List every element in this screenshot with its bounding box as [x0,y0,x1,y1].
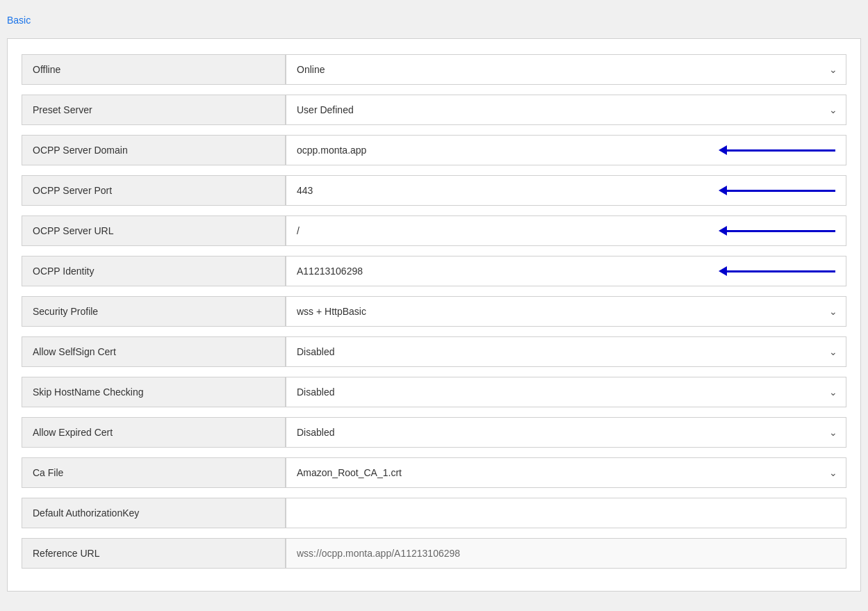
value-allow-expired-cert[interactable]: Disabled⌄ [286,417,846,448]
label-ca-file: Ca File [22,457,286,488]
value-ocpp-identity[interactable]: A11213106298 [286,256,846,286]
chevron-down-icon-allow-selfsign-cert: ⌄ [829,346,837,357]
value-text-ocpp-server-domain: ocpp.monta.app [297,145,716,156]
value-text-skip-hostname-checking: Disabled [297,386,835,398]
form-row-security-profile: Security Profilewss + HttpBasic⌄ [22,295,846,328]
label-ocpp-server-domain: OCPP Server Domain [22,135,286,165]
form-row-allow-selfsign-cert: Allow SelfSign CertDisabled⌄ [22,335,846,368]
arrow-line-ocpp-identity [724,270,835,272]
value-text-ca-file: Amazon_Root_CA_1.crt [297,467,835,478]
form-row-ocpp-identity: OCPP IdentityA11213106298 [22,254,846,288]
chevron-down-icon-offline: ⌄ [829,64,837,75]
label-ocpp-server-url: OCPP Server URL [22,215,286,246]
form-row-reference-url: Reference URLwss://ocpp.monta.app/A11213… [22,537,846,570]
label-default-authorization-key: Default AuthorizationKey [22,498,286,528]
arrow-line-ocpp-server-domain [724,149,835,152]
value-text-ocpp-server-port: 443 [297,185,716,196]
chevron-down-icon-skip-hostname-checking: ⌄ [829,386,837,398]
label-allow-selfsign-cert: Allow SelfSign Cert [22,336,286,367]
value-ocpp-server-domain[interactable]: ocpp.monta.app [286,135,846,165]
value-offline[interactable]: Online⌄ [286,54,846,85]
form-row-allow-expired-cert: Allow Expired CertDisabled⌄ [22,416,846,449]
value-ca-file[interactable]: Amazon_Root_CA_1.crt⌄ [286,457,846,488]
form-row-ca-file: Ca FileAmazon_Root_CA_1.crt⌄ [22,456,846,489]
value-text-allow-selfsign-cert: Disabled [297,346,835,357]
value-skip-hostname-checking[interactable]: Disabled⌄ [286,377,846,407]
label-ocpp-identity: OCPP Identity [22,256,286,286]
form-row-ocpp-server-url: OCPP Server URL/ [22,214,846,247]
label-skip-hostname-checking: Skip HostName Checking [22,377,286,407]
form-row-preset-server: Preset ServerUser Defined⌄ [22,93,846,127]
label-security-profile: Security Profile [22,296,286,327]
chevron-down-icon-security-profile: ⌄ [829,306,837,317]
arrow-line-ocpp-server-url [724,230,835,232]
form-container: OfflineOnline⌄Preset ServerUser Defined⌄… [7,38,861,592]
form-row-skip-hostname-checking: Skip HostName CheckingDisabled⌄ [22,375,846,409]
arrow-line-ocpp-server-port [724,190,835,192]
form-row-offline: OfflineOnline⌄ [22,53,846,86]
chevron-down-icon-allow-expired-cert: ⌄ [829,427,837,438]
form-row-default-authorization-key: Default AuthorizationKey [22,496,846,530]
value-ocpp-server-url[interactable]: / [286,215,846,246]
basic-link[interactable]: Basic [7,15,31,26]
label-reference-url: Reference URL [22,538,286,569]
value-reference-url: wss://ocpp.monta.app/A11213106298 [286,538,846,569]
value-security-profile[interactable]: wss + HttpBasic⌄ [286,296,846,327]
value-preset-server[interactable]: User Defined⌄ [286,95,846,125]
value-text-preset-server: User Defined [297,104,835,115]
label-preset-server: Preset Server [22,95,286,125]
value-text-ocpp-server-url: / [297,225,716,236]
value-text-reference-url: wss://ocpp.monta.app/A11213106298 [297,548,835,559]
arrow-annotation-ocpp-server-url [724,230,835,232]
arrow-annotation-ocpp-identity [724,270,835,272]
form-row-ocpp-server-domain: OCPP Server Domainocpp.monta.app [22,133,846,167]
value-default-authorization-key[interactable] [286,498,846,528]
chevron-down-icon-preset-server: ⌄ [829,104,837,115]
label-offline: Offline [22,54,286,85]
chevron-down-icon-ca-file: ⌄ [829,467,837,478]
value-allow-selfsign-cert[interactable]: Disabled⌄ [286,336,846,367]
value-text-offline: Online [297,64,835,75]
arrow-annotation-ocpp-server-port [724,190,835,192]
value-text-allow-expired-cert: Disabled [297,427,835,438]
label-ocpp-server-port: OCPP Server Port [22,175,286,206]
value-text-ocpp-identity: A11213106298 [297,266,716,277]
page-container: Basic OfflineOnline⌄Preset ServerUser De… [0,0,868,611]
value-text-security-profile: wss + HttpBasic [297,306,835,317]
form-row-ocpp-server-port: OCPP Server Port443 [22,174,846,207]
value-ocpp-server-port[interactable]: 443 [286,175,846,206]
label-allow-expired-cert: Allow Expired Cert [22,417,286,448]
arrow-annotation-ocpp-server-domain [724,149,835,152]
